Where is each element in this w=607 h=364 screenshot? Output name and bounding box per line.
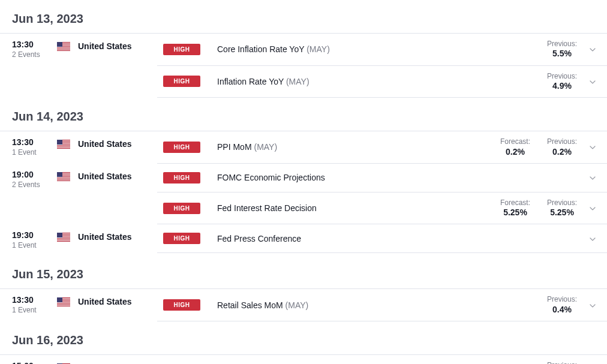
country-name: United States — [78, 355, 157, 364]
svg-rect-7 — [57, 50, 70, 51]
previous-block-label: Previous: — [539, 137, 585, 146]
country-name: United States — [78, 164, 157, 181]
events-column: HIGH Core Inflation Rate YoY (MAY) Previ… — [157, 34, 607, 98]
previous-block-value: 0.2% — [539, 146, 585, 157]
event-row[interactable]: HIGH Michigan Consumer Sentiment Prel (J… — [157, 355, 607, 364]
event-period: (MAY) — [286, 300, 309, 310]
event-row[interactable]: HIGH FOMC Economic Projections — [157, 164, 607, 192]
time-group: 19:30 1 Event United States HIGH Fed Pre… — [0, 224, 607, 255]
event-time: 13:30 — [12, 40, 57, 49]
forecast-block-label: Forecast: — [492, 137, 539, 146]
events-column: HIGH PPI MoM (MAY) Forecast: 0.2% Previo… — [157, 131, 607, 164]
svg-rect-33 — [57, 240, 70, 240]
event-row[interactable]: HIGH Fed Press Conference — [157, 224, 607, 253]
event-period: (MAY) — [286, 77, 309, 86]
time-column: 13:30 2 Events — [0, 34, 57, 65]
forecast-block-value: 5.25% — [492, 207, 539, 218]
event-title: Retail Sales MoM (MAY) — [200, 300, 492, 310]
impact-badge: HIGH — [163, 233, 200, 244]
expand-chevron-icon[interactable] — [585, 302, 600, 309]
country-name: United States — [78, 131, 157, 149]
expand-chevron-icon[interactable] — [585, 78, 600, 85]
event-count: 1 Event — [12, 241, 57, 249]
previous-block: Previous: 4.9% — [539, 72, 585, 92]
forecast-block-label: Forecast: — [492, 198, 539, 207]
day-block: Jun 14, 2023 13:30 1 Event United States… — [0, 104, 607, 255]
time-column: 19:30 1 Event — [0, 224, 57, 255]
previous-block-label: Previous: — [539, 40, 585, 48]
event-title: Fed Press Conference — [200, 234, 492, 243]
time-column: 13:30 1 Event — [0, 289, 57, 320]
impact-badge: HIGH — [163, 203, 200, 214]
us-flag-icon — [57, 42, 70, 51]
impact-badge: HIGH — [163, 299, 200, 311]
flag-column — [57, 131, 78, 149]
event-row[interactable]: HIGH Retail Sales MoM (MAY) Previous: 0.… — [157, 289, 607, 321]
expand-chevron-icon[interactable] — [585, 174, 600, 181]
svg-rect-25 — [57, 180, 70, 181]
expand-chevron-icon[interactable] — [585, 235, 600, 242]
day-header: Jun 16, 2023 — [0, 327, 607, 355]
svg-rect-41 — [57, 303, 70, 303]
us-flag-icon — [57, 140, 70, 149]
event-count: 2 Events — [12, 181, 57, 189]
events-column: HIGH Retail Sales MoM (MAY) Previous: 0.… — [157, 289, 607, 321]
previous-block: Previous: 0.4% — [539, 295, 585, 315]
svg-rect-26 — [57, 172, 62, 177]
day-header: Jun 13, 2023 — [0, 6, 607, 34]
time-group: 19:00 2 Events United States HIGH FOMC E… — [0, 164, 607, 225]
previous-block-label: Previous: — [539, 295, 585, 303]
event-row[interactable]: HIGH Fed Interest Rate Decision Forecast… — [157, 192, 607, 225]
time-group: 13:30 1 Event United States HIGH Retail … — [0, 289, 607, 321]
event-row[interactable]: HIGH Inflation Rate YoY (MAY) Previous: … — [157, 66, 607, 98]
expand-chevron-icon[interactable] — [585, 46, 600, 53]
svg-rect-43 — [57, 306, 70, 306]
svg-rect-16 — [57, 148, 70, 149]
event-count: 2 Events — [12, 50, 57, 59]
flag-column — [57, 224, 78, 242]
svg-rect-14 — [57, 145, 70, 146]
previous-block-label: Previous: — [539, 198, 585, 207]
svg-rect-32 — [57, 238, 70, 239]
svg-rect-15 — [57, 146, 70, 147]
forecast-block: Forecast: 5.25% — [492, 198, 539, 218]
event-row[interactable]: HIGH Core Inflation Rate YoY (MAY) Previ… — [157, 34, 607, 66]
day-header: Jun 15, 2023 — [0, 261, 607, 289]
expand-chevron-icon[interactable] — [585, 204, 600, 212]
time-column: 15:00 1 Event — [0, 355, 57, 364]
event-time: 19:30 — [12, 230, 57, 240]
impact-badge: HIGH — [163, 172, 200, 183]
event-period: (MAY) — [306, 44, 330, 54]
svg-rect-24 — [57, 179, 70, 179]
day-block: Jun 16, 2023 15:00 1 Event United States… — [0, 327, 607, 364]
country-name: United States — [78, 34, 157, 51]
day-header: Jun 14, 2023 — [0, 104, 607, 131]
event-time: 13:30 — [12, 137, 57, 147]
svg-rect-8 — [57, 42, 62, 47]
impact-badge: HIGH — [163, 44, 200, 55]
event-title: Core Inflation Rate YoY (MAY) — [200, 44, 492, 54]
svg-rect-17 — [57, 140, 62, 145]
previous-block-value: 5.25% — [539, 207, 585, 218]
expand-chevron-icon[interactable] — [585, 143, 600, 151]
event-title: Inflation Rate YoY (MAY) — [200, 77, 492, 86]
us-flag-icon — [57, 297, 70, 306]
economic-calendar: Jun 13, 2023 13:30 2 Events United State… — [0, 6, 607, 364]
svg-rect-23 — [57, 178, 70, 178]
impact-badge: HIGH — [163, 142, 200, 153]
previous-block-value: 5.5% — [539, 48, 585, 59]
day-block: Jun 15, 2023 13:30 1 Event United States… — [0, 261, 607, 321]
us-flag-icon — [57, 233, 70, 242]
event-time: 13:30 — [12, 295, 57, 305]
events-column: HIGH Fed Press Conference — [157, 224, 607, 253]
previous-block-label: Previous: — [539, 72, 585, 80]
event-count: 1 Event — [12, 306, 57, 314]
svg-rect-5 — [57, 47, 70, 48]
day-block: Jun 13, 2023 13:30 2 Events United State… — [0, 6, 607, 98]
event-row[interactable]: HIGH PPI MoM (MAY) Forecast: 0.2% Previo… — [157, 131, 607, 164]
event-count: 1 Event — [12, 148, 57, 157]
svg-rect-35 — [57, 233, 62, 237]
country-name: United States — [78, 224, 157, 242]
previous-block: Previous: 5.25% — [539, 198, 585, 218]
previous-block-value: 0.4% — [539, 304, 585, 315]
